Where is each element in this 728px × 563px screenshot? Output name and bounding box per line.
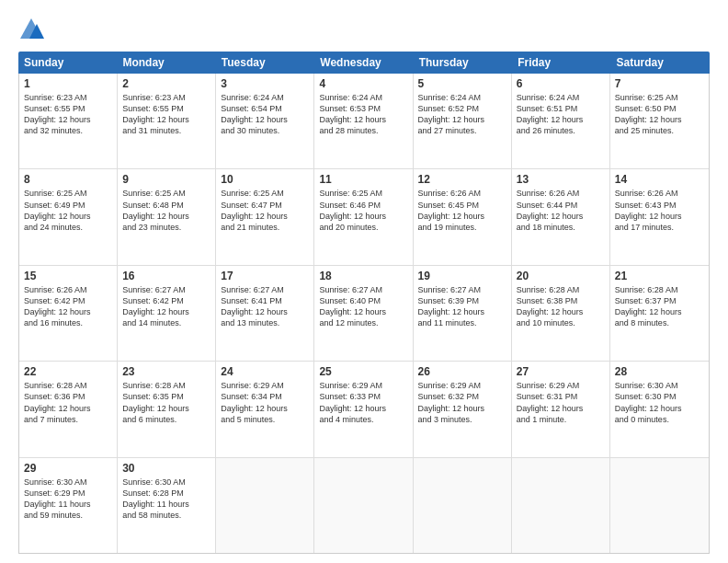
day-cell-19: 19Sunrise: 6:27 AMSunset: 6:39 PMDayligh… <box>414 266 512 361</box>
day-info: Sunrise: 6:27 AMSunset: 6:41 PMDaylight:… <box>221 284 309 329</box>
day-cell-25: 25Sunrise: 6:29 AMSunset: 6:33 PMDayligh… <box>314 362 413 456</box>
day-cell-16: 16Sunrise: 6:27 AMSunset: 6:42 PMDayligh… <box>118 266 216 361</box>
day-number: 3 <box>221 77 309 90</box>
calendar: SundayMondayTuesdayWednesdayThursdayFrid… <box>18 52 710 554</box>
header-day-thursday: Thursday <box>414 52 512 74</box>
day-number: 21 <box>615 270 704 282</box>
day-info: Sunrise: 6:24 AMSunset: 6:53 PMDaylight:… <box>319 92 407 137</box>
header-day-friday: Friday <box>512 52 610 74</box>
day-number: 8 <box>24 173 112 186</box>
calendar-row-5: 29Sunrise: 6:30 AMSunset: 6:29 PMDayligh… <box>19 458 709 553</box>
day-number: 11 <box>319 173 407 186</box>
calendar-row-3: 15Sunrise: 6:26 AMSunset: 6:42 PMDayligh… <box>19 266 709 362</box>
day-info: Sunrise: 6:28 AMSunset: 6:38 PMDaylight:… <box>517 284 605 329</box>
day-info: Sunrise: 6:23 AMSunset: 6:55 PMDaylight:… <box>24 92 112 137</box>
day-cell-5: 5Sunrise: 6:24 AMSunset: 6:52 PMDaylight… <box>414 74 512 168</box>
day-info: Sunrise: 6:25 AMSunset: 6:50 PMDaylight:… <box>615 92 704 137</box>
empty-cell <box>314 458 413 553</box>
header-day-sunday: Sunday <box>18 52 117 74</box>
day-cell-20: 20Sunrise: 6:28 AMSunset: 6:38 PMDayligh… <box>512 266 610 361</box>
day-cell-18: 18Sunrise: 6:27 AMSunset: 6:40 PMDayligh… <box>314 266 413 361</box>
header-day-tuesday: Tuesday <box>216 52 314 74</box>
day-cell-9: 9Sunrise: 6:25 AMSunset: 6:48 PMDaylight… <box>118 169 216 264</box>
day-number: 1 <box>24 77 112 90</box>
day-number: 6 <box>517 77 605 90</box>
day-cell-11: 11Sunrise: 6:25 AMSunset: 6:46 PMDayligh… <box>314 169 413 264</box>
day-info: Sunrise: 6:27 AMSunset: 6:40 PMDaylight:… <box>319 284 407 329</box>
calendar-header: SundayMondayTuesdayWednesdayThursdayFrid… <box>18 52 710 74</box>
day-cell-10: 10Sunrise: 6:25 AMSunset: 6:47 PMDayligh… <box>216 169 314 264</box>
day-info: Sunrise: 6:27 AMSunset: 6:39 PMDaylight:… <box>418 284 506 329</box>
day-cell-27: 27Sunrise: 6:29 AMSunset: 6:31 PMDayligh… <box>512 362 610 456</box>
day-info: Sunrise: 6:26 AMSunset: 6:43 PMDaylight:… <box>615 188 704 233</box>
day-info: Sunrise: 6:30 AMSunset: 6:28 PMDaylight:… <box>122 477 210 522</box>
day-info: Sunrise: 6:30 AMSunset: 6:29 PMDaylight:… <box>24 477 112 522</box>
day-number: 5 <box>418 77 506 90</box>
day-info: Sunrise: 6:28 AMSunset: 6:35 PMDaylight:… <box>122 380 210 425</box>
day-info: Sunrise: 6:27 AMSunset: 6:42 PMDaylight:… <box>122 284 210 329</box>
calendar-body: 1Sunrise: 6:23 AMSunset: 6:55 PMDaylight… <box>18 74 710 554</box>
calendar-row-1: 1Sunrise: 6:23 AMSunset: 6:55 PMDaylight… <box>19 74 709 169</box>
calendar-row-4: 22Sunrise: 6:28 AMSunset: 6:36 PMDayligh… <box>19 362 709 457</box>
day-cell-23: 23Sunrise: 6:28 AMSunset: 6:35 PMDayligh… <box>118 362 216 456</box>
day-info: Sunrise: 6:26 AMSunset: 6:42 PMDaylight:… <box>24 284 112 329</box>
day-number: 22 <box>24 365 112 378</box>
day-info: Sunrise: 6:25 AMSunset: 6:47 PMDaylight:… <box>221 188 309 233</box>
day-number: 17 <box>221 270 309 282</box>
day-info: Sunrise: 6:23 AMSunset: 6:55 PMDaylight:… <box>122 92 210 137</box>
header-day-saturday: Saturday <box>611 52 710 74</box>
day-cell-30: 30Sunrise: 6:30 AMSunset: 6:28 PMDayligh… <box>118 458 216 553</box>
day-info: Sunrise: 6:24 AMSunset: 6:51 PMDaylight:… <box>517 92 605 137</box>
day-cell-2: 2Sunrise: 6:23 AMSunset: 6:55 PMDaylight… <box>118 74 216 168</box>
day-number: 2 <box>122 77 210 90</box>
day-cell-28: 28Sunrise: 6:30 AMSunset: 6:30 PMDayligh… <box>610 362 709 456</box>
logo <box>18 17 48 42</box>
day-number: 27 <box>517 365 605 378</box>
day-number: 20 <box>517 270 605 282</box>
day-info: Sunrise: 6:26 AMSunset: 6:44 PMDaylight:… <box>517 188 605 233</box>
day-number: 16 <box>122 270 210 282</box>
day-number: 7 <box>615 77 704 90</box>
day-cell-29: 29Sunrise: 6:30 AMSunset: 6:29 PMDayligh… <box>19 458 118 553</box>
day-info: Sunrise: 6:25 AMSunset: 6:48 PMDaylight:… <box>122 188 210 233</box>
day-info: Sunrise: 6:25 AMSunset: 6:49 PMDaylight:… <box>24 188 112 233</box>
page: SundayMondayTuesdayWednesdayThursdayFrid… <box>0 0 728 563</box>
day-cell-6: 6Sunrise: 6:24 AMSunset: 6:51 PMDaylight… <box>512 74 610 168</box>
day-cell-15: 15Sunrise: 6:26 AMSunset: 6:42 PMDayligh… <box>19 266 118 361</box>
day-info: Sunrise: 6:28 AMSunset: 6:37 PMDaylight:… <box>615 284 704 329</box>
day-cell-7: 7Sunrise: 6:25 AMSunset: 6:50 PMDaylight… <box>610 74 709 168</box>
day-info: Sunrise: 6:29 AMSunset: 6:33 PMDaylight:… <box>319 380 407 425</box>
day-number: 23 <box>122 365 210 378</box>
day-number: 13 <box>517 173 605 186</box>
day-info: Sunrise: 6:29 AMSunset: 6:31 PMDaylight:… <box>517 380 605 425</box>
day-number: 29 <box>24 462 112 475</box>
day-number: 18 <box>319 270 407 282</box>
day-cell-8: 8Sunrise: 6:25 AMSunset: 6:49 PMDaylight… <box>19 169 118 264</box>
empty-cell <box>414 458 512 553</box>
day-info: Sunrise: 6:25 AMSunset: 6:46 PMDaylight:… <box>319 188 407 233</box>
logo-icon <box>18 17 44 42</box>
day-number: 9 <box>122 173 210 186</box>
day-number: 15 <box>24 270 112 282</box>
day-cell-4: 4Sunrise: 6:24 AMSunset: 6:53 PMDaylight… <box>314 74 413 168</box>
day-number: 14 <box>615 173 704 186</box>
empty-cell <box>610 458 709 553</box>
day-cell-12: 12Sunrise: 6:26 AMSunset: 6:45 PMDayligh… <box>414 169 512 264</box>
day-number: 25 <box>319 365 407 378</box>
empty-cell <box>512 458 610 553</box>
empty-cell <box>216 458 314 553</box>
day-number: 26 <box>418 365 506 378</box>
day-info: Sunrise: 6:26 AMSunset: 6:45 PMDaylight:… <box>418 188 506 233</box>
day-info: Sunrise: 6:30 AMSunset: 6:30 PMDaylight:… <box>615 380 704 425</box>
day-cell-13: 13Sunrise: 6:26 AMSunset: 6:44 PMDayligh… <box>512 169 610 264</box>
header-day-wednesday: Wednesday <box>314 52 413 74</box>
day-cell-26: 26Sunrise: 6:29 AMSunset: 6:32 PMDayligh… <box>414 362 512 456</box>
day-cell-3: 3Sunrise: 6:24 AMSunset: 6:54 PMDaylight… <box>216 74 314 168</box>
day-info: Sunrise: 6:24 AMSunset: 6:52 PMDaylight:… <box>418 92 506 137</box>
day-info: Sunrise: 6:29 AMSunset: 6:34 PMDaylight:… <box>221 380 309 425</box>
day-number: 30 <box>122 462 210 475</box>
day-cell-21: 21Sunrise: 6:28 AMSunset: 6:37 PMDayligh… <box>610 266 709 361</box>
day-number: 19 <box>418 270 506 282</box>
day-number: 10 <box>221 173 309 186</box>
day-info: Sunrise: 6:29 AMSunset: 6:32 PMDaylight:… <box>418 380 506 425</box>
